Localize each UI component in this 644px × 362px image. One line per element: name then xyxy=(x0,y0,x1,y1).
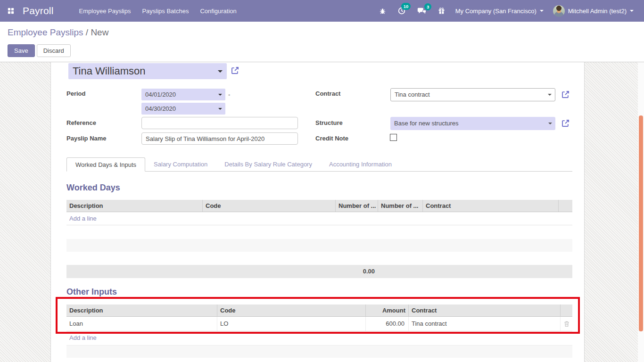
cell-description[interactable]: Loan xyxy=(66,317,217,331)
menu-configuration[interactable]: Configuration xyxy=(194,1,242,21)
apps-grid-icon xyxy=(8,8,14,14)
tab-accounting-information[interactable]: Accounting Information xyxy=(321,157,400,171)
breadcrumb-parent-link[interactable]: Employee Payslips xyxy=(8,27,83,37)
empty-row xyxy=(66,345,572,358)
company-name: My Company (San Francisco) xyxy=(455,8,537,15)
chevron-down-icon xyxy=(540,10,544,12)
tab-details-by-salary-rule-category[interactable]: Details By Salary Rule Category xyxy=(216,157,321,171)
control-panel: Employee Payslips / New Save Discard xyxy=(0,22,644,62)
column-header-code[interactable]: Code xyxy=(202,200,335,212)
other-inputs-title: Other Inputs xyxy=(66,287,117,297)
user-menu[interactable]: Mitchell Admin (test2) xyxy=(548,2,638,20)
reference-input[interactable] xyxy=(141,117,298,129)
reference-label: Reference xyxy=(66,119,96,126)
scrollbar-track[interactable] xyxy=(638,62,644,362)
period-to-field[interactable]: 04/30/2020 xyxy=(141,103,225,115)
structure-external-link-button[interactable] xyxy=(561,119,570,128)
dropdown-caret-icon xyxy=(548,94,552,96)
cell-amount[interactable]: 600.00 xyxy=(365,317,408,331)
contract-external-link-button[interactable] xyxy=(561,90,570,99)
breadcrumb-separator: / xyxy=(86,27,88,37)
employee-field[interactable]: Tina Williamson xyxy=(68,63,227,79)
dropdown-caret-icon xyxy=(218,94,222,96)
column-header-description[interactable]: Description xyxy=(66,200,202,212)
column-header-contract[interactable]: Contract xyxy=(408,304,560,316)
notebook-tabs: Worked Days & Inputs Salary Computation … xyxy=(66,157,572,172)
external-link-icon xyxy=(561,119,570,128)
employee-external-link-button[interactable] xyxy=(231,66,239,75)
dropdown-caret-icon xyxy=(218,70,223,73)
other-inputs-row[interactable]: Loan LO 600.00 Tina contract xyxy=(66,317,572,331)
trash-icon xyxy=(564,321,570,327)
external-link-icon xyxy=(561,90,570,99)
column-header-contract[interactable]: Contract xyxy=(422,200,558,212)
external-link-icon xyxy=(231,66,239,75)
action-buttons: Save Discard xyxy=(8,44,71,57)
app-name[interactable]: Payroll xyxy=(23,5,54,16)
column-header-code[interactable]: Code xyxy=(217,304,365,316)
column-header-number-of-hours[interactable]: Number of ... xyxy=(378,200,422,212)
contract-value: Tina contract xyxy=(395,91,430,98)
worked-days-addline-row: Add a line xyxy=(66,212,572,225)
payslip-name-label: Payslip Name xyxy=(66,135,107,142)
worked-days-total-value: 0.00 xyxy=(335,265,378,278)
activities-button[interactable]: 10 xyxy=(392,4,412,18)
discard-button[interactable]: Discard xyxy=(37,44,71,57)
screen: Payroll Employee Payslips Payslips Batch… xyxy=(0,0,644,362)
other-inputs-add-a-line-link[interactable]: Add a line xyxy=(66,331,97,345)
chevron-down-icon xyxy=(630,10,634,12)
form-sheet: Tina Williamson Period 04/01/2020 - 04/3… xyxy=(50,62,585,362)
gift-button[interactable] xyxy=(432,4,451,17)
save-button[interactable]: Save xyxy=(8,44,35,57)
delete-row-button[interactable] xyxy=(560,317,572,331)
breadcrumb-current: New xyxy=(91,27,108,37)
scrollbar-thumb[interactable] xyxy=(639,115,643,331)
navbar-systray: 10 3 My xyxy=(373,2,644,20)
structure-field[interactable]: Base for new structures xyxy=(390,117,555,130)
structure-value: Base for new structures xyxy=(394,120,459,127)
other-inputs-addline-row: Add a line xyxy=(66,331,572,345)
user-name: Mitchell Admin (test2) xyxy=(568,8,627,15)
content-background: Tina Williamson Period 04/01/2020 - 04/3… xyxy=(0,62,644,362)
contract-field[interactable]: Tina contract xyxy=(390,88,555,101)
payslip-name-input[interactable] xyxy=(141,132,298,145)
column-header-amount[interactable]: Amount xyxy=(365,304,408,316)
empty-row xyxy=(66,239,572,252)
apps-menu-button[interactable] xyxy=(0,0,22,22)
menu-payslips-batches[interactable]: Payslips Batches xyxy=(136,1,194,21)
message-count-badge: 3 xyxy=(424,3,431,10)
messages-button[interactable]: 3 xyxy=(412,4,432,17)
tab-salary-computation[interactable]: Salary Computation xyxy=(145,157,216,171)
structure-label: Structure xyxy=(315,119,343,126)
period-to-value: 04/30/2020 xyxy=(145,105,176,112)
cell-code[interactable]: LO xyxy=(217,317,365,331)
worked-days-header: Description Code Number of ... Number of… xyxy=(66,200,572,212)
app-menus: Employee Payslips Payslips Batches Confi… xyxy=(74,1,242,21)
worked-days-total-row: 0.00 xyxy=(66,265,572,278)
cell-contract[interactable]: Tina contract xyxy=(408,317,560,331)
user-avatar xyxy=(553,5,565,17)
column-header-actions xyxy=(560,304,572,316)
credit-note-checkbox[interactable] xyxy=(390,134,397,141)
worked-days-title: Worked Days xyxy=(66,183,120,193)
debug-button[interactable] xyxy=(373,4,392,17)
worked-days-add-a-line-link[interactable]: Add a line xyxy=(66,212,97,225)
employee-name: Tina Williamson xyxy=(73,65,145,77)
period-separator: - xyxy=(228,91,230,98)
activity-count-badge: 10 xyxy=(401,3,411,10)
dropdown-caret-icon xyxy=(218,108,222,110)
column-header-actions xyxy=(558,200,572,212)
contract-label: Contract xyxy=(315,90,340,97)
tab-worked-days-inputs[interactable]: Worked Days & Inputs xyxy=(66,157,145,172)
company-switcher-menu[interactable]: My Company (San Francisco) xyxy=(451,5,548,17)
column-header-number-of-days[interactable]: Number of ... xyxy=(335,200,378,212)
column-header-description[interactable]: Description xyxy=(66,304,217,316)
period-from-field[interactable]: 04/01/2020 xyxy=(141,89,225,100)
credit-note-label: Credit Note xyxy=(315,135,348,142)
top-navbar: Payroll Employee Payslips Payslips Batch… xyxy=(0,0,644,22)
other-inputs-header: Description Code Amount Contract xyxy=(66,304,572,317)
period-label: Period xyxy=(66,90,85,97)
period-from-value: 04/01/2020 xyxy=(145,91,176,98)
menu-employee-payslips[interactable]: Employee Payslips xyxy=(74,1,137,21)
bug-icon xyxy=(379,7,386,15)
